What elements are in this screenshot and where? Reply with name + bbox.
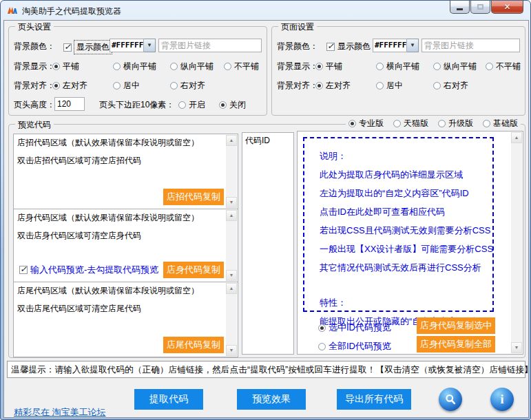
code-id-list[interactable]: 代码ID bbox=[242, 132, 294, 355]
radio-off-icon[interactable] bbox=[376, 63, 384, 70]
radio-tile-h[interactable]: 横向平铺 bbox=[113, 61, 156, 72]
radio-off-icon[interactable] bbox=[438, 120, 446, 127]
copy-selected-code-button[interactable]: 店身代码复制选中 bbox=[417, 317, 495, 334]
copy-all-code-button[interactable]: 店身代码复制全部 bbox=[417, 336, 495, 353]
radio-version-tmall[interactable]: 天猫版 bbox=[393, 118, 428, 129]
radio-label: 全部ID代码预览 bbox=[329, 340, 391, 353]
header-bg-image-input[interactable] bbox=[158, 39, 262, 52]
checkbox-checked-icon[interactable] bbox=[326, 43, 335, 51]
export-all-code-button[interactable]: 导出所有代码 bbox=[337, 389, 411, 410]
radio-version-upgrade[interactable]: 升级版 bbox=[438, 118, 473, 129]
header-color-combobox[interactable]: #FFFFFF ▼ bbox=[110, 39, 156, 52]
scroll-down-icon[interactable]: ▼ bbox=[511, 342, 522, 353]
radio-label: 开启 bbox=[189, 99, 205, 111]
scrollbar[interactable]: ▲ ▼ bbox=[226, 135, 237, 208]
radio-align-right[interactable]: 右对齐 bbox=[170, 80, 205, 92]
radio-on-icon[interactable] bbox=[348, 120, 356, 127]
color-value[interactable]: #FFFFFF bbox=[373, 39, 407, 52]
radio-tile-v[interactable]: 纵向平铺 bbox=[433, 61, 477, 72]
scroll-down-icon[interactable]: ▼ bbox=[226, 197, 237, 208]
forum-link[interactable]: 精彩尽在 淘宝美工论坛 bbox=[14, 406, 106, 419]
radio-margin-off[interactable]: 关闭 bbox=[219, 99, 246, 111]
search-button[interactable] bbox=[439, 388, 462, 411]
page-settings-group: 页面设置 背景颜色： 显示颜色 #FFFFFF ▼ 背景显示： 平铺 横向平铺 … bbox=[271, 26, 525, 116]
scroll-up-icon[interactable]: ▲ bbox=[226, 210, 237, 221]
preview-effect-button[interactable]: 预览效果 bbox=[237, 389, 306, 410]
code-area-hint: 双击店招代码区域可清空店招代码 bbox=[17, 155, 141, 167]
bg-display-label: 背景显示： bbox=[277, 61, 318, 72]
radio-off-icon[interactable] bbox=[393, 120, 401, 127]
radio-off-icon[interactable] bbox=[113, 63, 121, 70]
checkbox-checked-icon[interactable] bbox=[19, 266, 28, 274]
radio-off-icon[interactable] bbox=[433, 63, 441, 70]
radio-no-tile[interactable]: 不平铺 bbox=[486, 61, 521, 72]
radio-no-tile[interactable]: 不平铺 bbox=[224, 61, 259, 72]
radio-all-id-preview[interactable]: 全部ID代码预览 bbox=[318, 340, 391, 353]
radio-align-center[interactable]: 居中 bbox=[113, 80, 140, 92]
radio-label: 平铺 bbox=[63, 61, 79, 72]
bottom-margin-label: 页头下边距10像素： bbox=[99, 99, 174, 111]
copy-footer-code-button[interactable]: 店尾代码复制 bbox=[163, 337, 224, 353]
page-bg-image-input[interactable] bbox=[421, 39, 520, 52]
scroll-up-icon[interactable]: ▲ bbox=[511, 132, 522, 143]
radio-selected-id-preview[interactable]: 选中ID代码预览 bbox=[318, 322, 391, 334]
title-bar[interactable]: 淘美助手之代码提取预览器 ✕ bbox=[1, 1, 530, 20]
scrollbar[interactable]: ▲ ▼ bbox=[226, 283, 237, 356]
radio-tile-v[interactable]: 纵向平铺 bbox=[170, 61, 214, 72]
radio-on-icon[interactable] bbox=[318, 324, 326, 332]
radio-off-icon[interactable] bbox=[486, 63, 493, 70]
radio-off-icon[interactable] bbox=[376, 82, 384, 90]
scroll-up-icon[interactable]: ▲ bbox=[226, 283, 237, 294]
scrollbar[interactable]: ▲ ▼ bbox=[511, 132, 522, 353]
radio-on-icon[interactable] bbox=[315, 63, 323, 70]
info-button[interactable]: i bbox=[490, 388, 514, 411]
chevron-down-icon[interactable]: ▼ bbox=[144, 39, 156, 52]
scroll-down-icon[interactable]: ▼ bbox=[226, 270, 237, 281]
show-color-checkbox[interactable]: 显示颜色 bbox=[326, 41, 371, 52]
copy-header-code-button[interactable]: 店招代码复制 bbox=[163, 189, 224, 205]
radio-off-icon[interactable] bbox=[178, 101, 186, 109]
radio-off-icon[interactable] bbox=[113, 82, 121, 90]
radio-version-basic[interactable]: 基础版 bbox=[483, 118, 518, 129]
radio-on-icon[interactable] bbox=[52, 63, 60, 70]
header-height-input[interactable] bbox=[54, 97, 85, 111]
minimize-button[interactable] bbox=[450, 1, 470, 14]
chevron-down-icon[interactable]: ▼ bbox=[407, 39, 419, 52]
maximize-button[interactable] bbox=[470, 1, 490, 14]
radio-off-icon[interactable] bbox=[170, 63, 178, 70]
shop-body-code-area[interactable]: 店身代码区域（默认效果请保留本段说明或留空） 双击店身代码区域可清空店身代码 输… bbox=[13, 209, 238, 282]
radio-off-icon[interactable] bbox=[433, 82, 441, 90]
page-color-combobox[interactable]: #FFFFFF ▼ bbox=[373, 39, 419, 52]
copy-body-code-button[interactable]: 店身代码复制 bbox=[163, 262, 224, 278]
shop-footer-code-area[interactable]: 店尾代码区域（默认效果请保留本段说明或留空） 双击店尾代码区域可清空店尾代码 店… bbox=[13, 282, 238, 357]
close-button[interactable]: ✕ bbox=[491, 1, 523, 14]
radio-on-icon[interactable] bbox=[315, 82, 323, 90]
radio-off-icon[interactable] bbox=[224, 63, 231, 70]
radio-version-pro[interactable]: 专业版 bbox=[348, 118, 384, 129]
radio-align-left[interactable]: 左对齐 bbox=[315, 80, 351, 92]
radio-align-center[interactable]: 居中 bbox=[376, 80, 403, 92]
radio-align-left[interactable]: 左对齐 bbox=[52, 80, 87, 92]
input-code-preview-checkbox[interactable]: 输入代码预览-去勾提取代码预览 bbox=[19, 264, 158, 276]
code-detail-area[interactable]: 说明： 此处为提取店身代码的详细显示区域 左边为提取出的“自定义内容区”代码ID… bbox=[297, 131, 523, 355]
radio-on-icon[interactable] bbox=[219, 101, 227, 109]
color-value[interactable]: #FFFFFF bbox=[110, 39, 144, 52]
radio-margin-on[interactable]: 开启 bbox=[178, 99, 205, 111]
show-color-checkbox[interactable]: 显示颜色 bbox=[63, 41, 112, 54]
radio-off-icon[interactable] bbox=[318, 343, 326, 350]
radio-off-icon[interactable] bbox=[483, 120, 490, 127]
radio-tile[interactable]: 平铺 bbox=[315, 61, 342, 72]
radio-off-icon[interactable] bbox=[170, 82, 178, 90]
radio-label: 选中ID代码预览 bbox=[329, 322, 391, 334]
radio-tile[interactable]: 平铺 bbox=[52, 61, 79, 72]
radio-align-right[interactable]: 右对齐 bbox=[433, 80, 468, 92]
code-area-hint: 双击店尾代码区域可清空店尾代码 bbox=[17, 303, 141, 315]
scrollbar[interactable]: ▲ ▼ bbox=[226, 210, 237, 281]
radio-on-icon[interactable] bbox=[52, 82, 60, 90]
extract-code-button[interactable]: 提取代码 bbox=[134, 389, 203, 410]
scroll-up-icon[interactable]: ▲ bbox=[226, 135, 237, 146]
radio-tile-h[interactable]: 横向平铺 bbox=[376, 61, 419, 72]
checkbox-checked-icon[interactable] bbox=[63, 43, 72, 52]
shop-header-code-area[interactable]: 店招代码区域（默认效果请保留本段说明或留空） 双击店招代码区域可清空店招代码 店… bbox=[13, 134, 238, 209]
scroll-down-icon[interactable]: ▼ bbox=[226, 345, 237, 356]
